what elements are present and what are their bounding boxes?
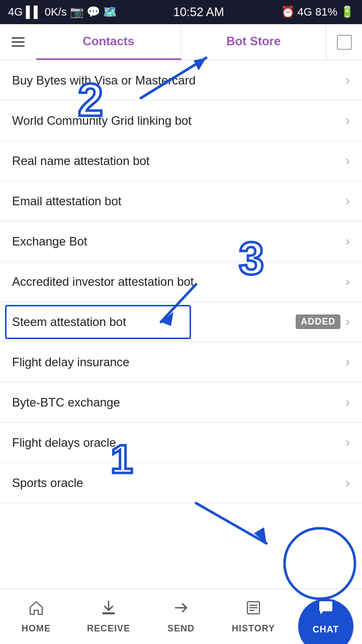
list-item[interactable]: Byte-BTC exchange ›	[0, 382, 362, 423]
whatsapp-icon: 💬	[86, 6, 100, 19]
status-right: ⏰ 4G 81% 🔋	[281, 6, 354, 19]
item-label: Accredited investor attestation bot	[12, 275, 345, 289]
item-label: Flight delays oracle	[12, 436, 345, 450]
chevron-icon: ›	[345, 394, 350, 410]
expand-icon	[337, 35, 352, 50]
chevron-icon: ›	[345, 435, 350, 450]
nav-send[interactable]: SEND	[145, 589, 217, 644]
item-label: Sports oracle	[12, 476, 345, 490]
status-left: 4G ▌▌ 0K/s 📷 💬 🗺️	[8, 6, 117, 19]
status-time: 10:52 AM	[173, 5, 224, 19]
chevron-icon: ›	[345, 354, 350, 370]
added-badge: ADDED	[296, 314, 340, 329]
tab-contacts[interactable]: Contacts	[36, 24, 182, 60]
item-label: World Community Grid linking bot	[12, 114, 345, 128]
item-right: ›	[345, 233, 350, 249]
item-right: ›	[345, 394, 350, 410]
send-label: SEND	[167, 623, 195, 634]
item-right: ›	[345, 475, 350, 491]
item-right: ›	[345, 274, 350, 289]
hamburger-menu-button[interactable]	[0, 24, 36, 60]
item-right: ›	[345, 153, 350, 169]
item-right: ›	[345, 354, 350, 370]
chevron-icon: ›	[345, 274, 350, 289]
expand-button[interactable]	[326, 24, 362, 60]
item-label: Flight delay insurance	[12, 355, 345, 369]
home-label: HOME	[22, 623, 51, 634]
chevron-icon: ›	[345, 193, 350, 209]
nav-history[interactable]: HISTORY	[217, 589, 290, 644]
history-label: HISTORY	[232, 623, 275, 634]
nav-chat[interactable]: CHAT	[290, 589, 362, 644]
chevron-icon: ›	[345, 72, 350, 88]
tab-bar: Contacts Bot Store	[36, 24, 326, 60]
list-item[interactable]: Sports oracle ›	[0, 463, 362, 503]
item-label: Byte-BTC exchange	[12, 395, 345, 410]
list-item[interactable]: Real name attestation bot ›	[0, 141, 362, 181]
chevron-icon: ›	[345, 233, 350, 249]
screenshot-icon: 📷	[70, 6, 83, 19]
chevron-icon: ›	[345, 314, 350, 330]
maps-icon: 🗺️	[103, 6, 117, 19]
item-right: ›	[345, 72, 350, 88]
list-item[interactable]: Email attestation bot ›	[0, 181, 362, 221]
item-label: Exchange Bot	[12, 234, 345, 249]
list-item[interactable]: World Community Grid linking bot ›	[0, 101, 362, 141]
bot-list: Buy Bytes with Visa or Mastercard › Worl…	[0, 60, 362, 558]
chat-icon	[316, 598, 335, 621]
list-item[interactable]: Exchange Bot ›	[0, 221, 362, 262]
list-item[interactable]: Buy Bytes with Visa or Mastercard ›	[0, 60, 362, 101]
send-icon	[172, 599, 190, 620]
nav-receive[interactable]: RECEIVE	[72, 589, 145, 644]
data-speed: 0K/s	[45, 6, 67, 19]
receive-icon	[100, 599, 117, 620]
list-item[interactable]: Accredited investor attestation bot ›	[0, 262, 362, 302]
nav-home[interactable]: HOME	[0, 589, 72, 644]
item-right: ›	[345, 435, 350, 450]
list-item[interactable]: Flight delays oracle ›	[0, 423, 362, 463]
chevron-icon: ›	[345, 475, 350, 491]
chevron-icon: ›	[345, 153, 350, 169]
item-label: Buy Bytes with Visa or Mastercard	[12, 73, 345, 88]
bottom-navigation: HOME RECEIVE SEND HISTORY	[0, 589, 362, 644]
item-label: Real name attestation bot	[12, 154, 345, 168]
item-right: ›	[345, 113, 350, 128]
history-icon	[245, 599, 262, 620]
item-right: ADDED ›	[296, 314, 350, 330]
item-label: Email attestation bot	[12, 194, 345, 208]
battery-icon: 🔋	[340, 6, 354, 19]
home-icon	[28, 599, 45, 620]
header: Contacts Bot Store	[0, 24, 362, 60]
steem-attestation-bot-item[interactable]: Steem attestation bot ADDED ›	[0, 302, 362, 342]
item-right: ›	[345, 193, 350, 209]
network-type: 4G	[298, 6, 312, 19]
list-item[interactable]: Flight delay insurance ›	[0, 342, 362, 382]
hamburger-icon	[12, 37, 25, 47]
chevron-icon: ›	[345, 113, 350, 128]
status-bar: 4G ▌▌ 0K/s 📷 💬 🗺️ 10:52 AM ⏰ 4G 81% 🔋	[0, 0, 362, 24]
tab-bot-store[interactable]: Bot Store	[182, 24, 326, 60]
chat-label: CHAT	[313, 624, 339, 635]
signal-icon: 4G ▌▌	[8, 6, 42, 19]
item-label: Steem attestation bot	[12, 315, 296, 329]
alarm-icon: ⏰	[281, 6, 295, 19]
battery-level: 81%	[315, 6, 337, 19]
receive-label: RECEIVE	[87, 623, 130, 634]
